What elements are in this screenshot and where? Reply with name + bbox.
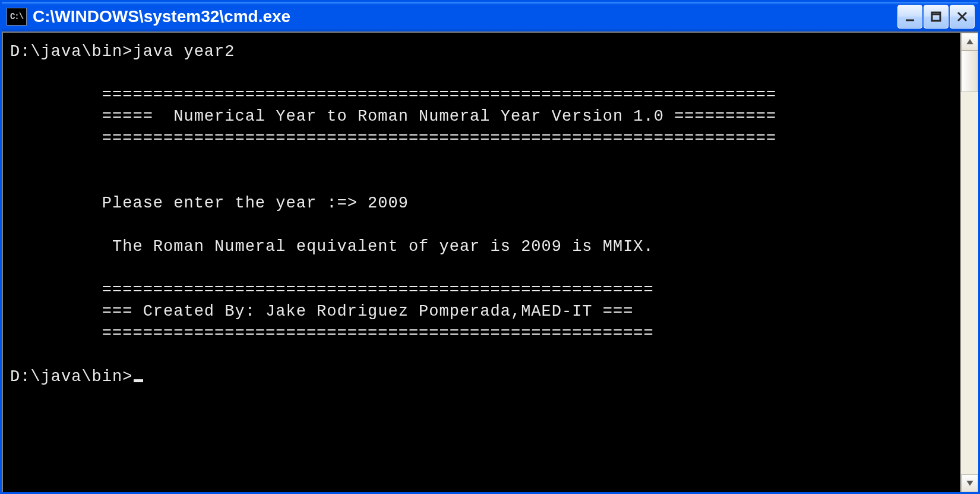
console-line: D:\java\bin>java year2 (10, 41, 956, 62)
console-line: ========================================… (10, 323, 956, 344)
cmd-window: C:\ C:\WINDOWS\system32\cmd.exe D:\java\… (0, 0, 980, 494)
console-line: ========================================… (10, 84, 956, 106)
console-line: === Created By: Jake Rodriguez Pomperada… (10, 301, 956, 322)
console-line: Please enter the year :=> 2009 (10, 193, 956, 214)
cmd-icon-label: C:\ (10, 12, 23, 21)
minimize-button[interactable] (897, 5, 922, 29)
client-area: D:\java\bin>java year2 =================… (2, 32, 978, 492)
minimize-icon (903, 10, 917, 24)
window-title: C:\WINDOWS\system32\cmd.exe (33, 7, 897, 26)
scroll-up-button[interactable] (961, 33, 978, 51)
svg-marker-5 (966, 39, 973, 44)
window-controls (897, 5, 975, 29)
console-line: ===== Numerical Year to Roman Numeral Ye… (10, 106, 956, 127)
console-line: D:\java\bin> (10, 366, 956, 388)
cmd-icon: C:\ (7, 8, 27, 26)
maximize-icon (929, 10, 943, 24)
console-line (10, 344, 956, 366)
console-line: The Roman Numeral equivalent of year is … (10, 236, 956, 257)
cursor (134, 379, 143, 382)
console-line (10, 257, 956, 279)
chevron-down-icon (966, 479, 974, 487)
titlebar[interactable]: C:\ C:\WINDOWS\system32\cmd.exe (2, 2, 978, 32)
scroll-track[interactable] (961, 51, 978, 474)
scroll-down-button[interactable] (961, 474, 978, 492)
console-line: ========================================… (10, 279, 956, 301)
console-line (10, 215, 956, 236)
scroll-thumb[interactable] (961, 51, 978, 92)
vertical-scrollbar[interactable] (960, 33, 978, 492)
console-line (10, 171, 956, 193)
console-output[interactable]: D:\java\bin>java year2 =================… (3, 33, 960, 492)
close-button[interactable] (950, 5, 975, 29)
close-icon (955, 10, 969, 24)
console-line: ========================================… (10, 128, 956, 149)
console-line (10, 149, 956, 171)
svg-marker-6 (966, 481, 973, 486)
maximize-button[interactable] (924, 5, 949, 29)
chevron-up-icon (966, 37, 974, 46)
console-line (10, 62, 956, 84)
